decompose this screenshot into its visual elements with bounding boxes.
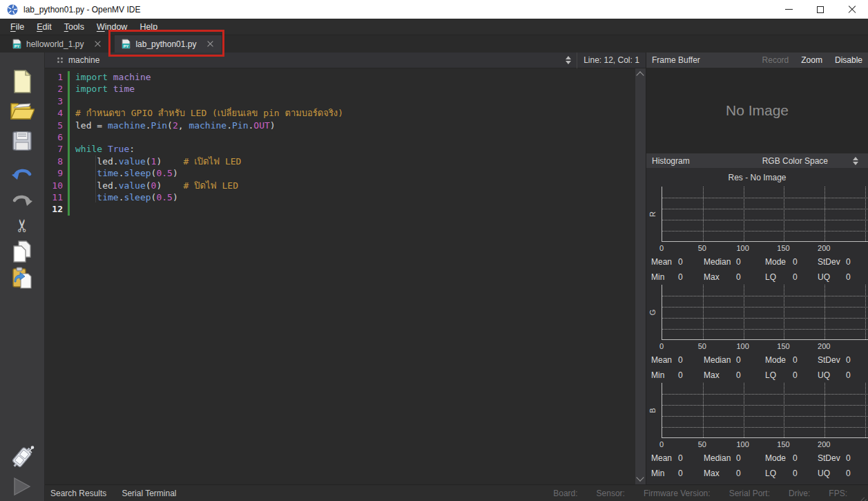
minimize-button[interactable] bbox=[773, 0, 804, 19]
channel-axis-label: B bbox=[648, 408, 657, 413]
save-button[interactable] bbox=[9, 129, 35, 153]
line-number: 2 bbox=[45, 83, 68, 95]
color-space-spinner[interactable] bbox=[853, 157, 858, 165]
menu-help[interactable]: Help bbox=[133, 20, 164, 34]
tab-label: lab_python01.py bbox=[135, 39, 196, 49]
gridline bbox=[662, 198, 868, 198]
gridline bbox=[662, 329, 868, 330]
histogram-stats-row: Mean0Median0Mode0StDev0 bbox=[646, 353, 868, 368]
spinner-down-icon bbox=[566, 61, 571, 64]
x-tick-label: 200 bbox=[818, 342, 830, 350]
open-file-button[interactable] bbox=[9, 98, 35, 123]
menu-edit[interactable]: Edit bbox=[30, 20, 58, 34]
tab-helloworld_1.py[interactable]: PYhelloworld_1.py bbox=[6, 35, 109, 53]
status-fps: FPS: bbox=[829, 489, 847, 498]
gridline bbox=[744, 383, 744, 437]
maximize-button[interactable] bbox=[804, 0, 836, 19]
menu-tools[interactable]: Tools bbox=[58, 20, 90, 34]
channel-axis-label: R bbox=[648, 211, 657, 217]
histogram-plot: R bbox=[662, 187, 868, 242]
connect-button[interactable] bbox=[9, 445, 35, 470]
stat-label: LQ bbox=[765, 469, 776, 478]
document-tab-bar: PYhelloworld_1.pyPYlab_python01.py bbox=[0, 35, 868, 53]
stat-label: LQ bbox=[765, 370, 776, 380]
record-button[interactable]: Record bbox=[762, 55, 789, 65]
gridline bbox=[824, 285, 825, 339]
stat-label: Max bbox=[704, 370, 720, 380]
x-tick-label: 50 bbox=[698, 440, 706, 448]
histogram-stats-row: Mean0Median0Mode0StDev0 bbox=[646, 451, 868, 466]
disable-button[interactable]: Disable bbox=[835, 55, 862, 65]
symbol-spinner[interactable] bbox=[566, 56, 571, 64]
histogram-title: Histogram bbox=[652, 156, 690, 166]
frame-buffer-panel: Frame Buffer Record Zoom Disable No Imag… bbox=[646, 53, 868, 484]
tab-lab_python01.py[interactable]: PYlab_python01.py bbox=[115, 35, 222, 53]
code-line-6: 6 bbox=[45, 131, 635, 143]
resize-grip[interactable] bbox=[858, 491, 867, 500]
gridline bbox=[662, 416, 868, 417]
stat-value: 0 bbox=[678, 257, 683, 267]
new-file-button[interactable] bbox=[9, 69, 35, 94]
stat-label: Min bbox=[651, 272, 664, 282]
stat-label: Median bbox=[704, 355, 731, 365]
line-number: 8 bbox=[45, 155, 68, 167]
stat-label: UQ bbox=[818, 370, 830, 380]
line-number: 4 bbox=[45, 107, 68, 119]
gridline bbox=[662, 394, 868, 395]
start-button[interactable] bbox=[9, 474, 35, 499]
zoom-button[interactable]: Zoom bbox=[801, 55, 822, 65]
stat-label: StDev bbox=[818, 257, 840, 267]
symbol-navigator[interactable]: machine bbox=[68, 55, 99, 65]
code-editor[interactable]: 1import machine2import time34# กำหนดขา G… bbox=[45, 68, 646, 484]
code-line-3: 3 bbox=[45, 95, 635, 107]
maximize-icon bbox=[817, 6, 824, 13]
code-line-10: 10 led.value(0) # ปิดไฟ LED bbox=[45, 180, 635, 191]
openmv-ide-window: lab_python01.py - OpenMV IDE FileEditToo… bbox=[0, 0, 868, 501]
tab-close-icon[interactable] bbox=[95, 41, 101, 47]
stat-label: Mean bbox=[651, 257, 672, 267]
menu-window[interactable]: Window bbox=[90, 20, 133, 34]
scroll-down-icon[interactable] bbox=[636, 473, 644, 481]
histogram-stats-row: Min0Max0LQ0UQ0 bbox=[646, 368, 868, 384]
gridline bbox=[865, 285, 866, 339]
grip-icon bbox=[57, 57, 63, 63]
x-tick-label: 100 bbox=[736, 440, 749, 448]
scroll-up-icon[interactable] bbox=[636, 71, 644, 79]
stat-label: Max bbox=[704, 469, 720, 478]
histogram-header: Histogram RGB Color Space bbox=[646, 153, 868, 168]
stat-label: Max bbox=[704, 272, 720, 282]
spinner-down-icon bbox=[853, 162, 858, 165]
cut-button[interactable]: ✂ bbox=[9, 213, 35, 238]
code-text bbox=[70, 203, 75, 215]
line-number: 5 bbox=[45, 120, 68, 131]
redo-button[interactable] bbox=[9, 188, 35, 213]
undo-icon bbox=[11, 166, 33, 182]
editor-scrollbar[interactable] bbox=[635, 68, 646, 484]
gridline bbox=[824, 383, 825, 437]
x-tick-label: 0 bbox=[659, 244, 664, 252]
stat-value: 0 bbox=[793, 469, 798, 478]
gridline bbox=[744, 285, 744, 339]
code-line-1: 1import machine bbox=[45, 71, 635, 83]
tab-close-icon[interactable] bbox=[207, 41, 213, 47]
undo-button[interactable] bbox=[9, 162, 35, 187]
color-space-select[interactable]: RGB Color Space bbox=[762, 156, 828, 166]
copy-button[interactable] bbox=[9, 239, 35, 264]
gridline bbox=[784, 285, 784, 339]
stat-value: 0 bbox=[736, 355, 741, 365]
x-tick-label: 0 bbox=[659, 342, 664, 350]
code-text: led = machine.Pin(2, machine.Pin.OUT) bbox=[70, 120, 276, 131]
stat-value: 0 bbox=[736, 272, 741, 282]
stat-value: 0 bbox=[678, 469, 683, 478]
code-text: time.sleep(0.5) bbox=[70, 167, 178, 179]
paste-button[interactable] bbox=[9, 265, 35, 290]
line-number: 7 bbox=[45, 143, 68, 155]
gridline bbox=[784, 187, 784, 241]
bottom-tab-serial-terminal[interactable]: Serial Terminal bbox=[122, 489, 176, 498]
histogram-r-channel: R050100150200Mean0Median0Mode0StDev0Min0… bbox=[646, 187, 868, 285]
menu-file[interactable]: File bbox=[4, 20, 30, 34]
line-number: 6 bbox=[45, 131, 68, 143]
bottom-tab-search-results[interactable]: Search Results bbox=[50, 489, 106, 498]
close-button[interactable] bbox=[836, 0, 868, 19]
stat-value: 0 bbox=[793, 272, 798, 282]
